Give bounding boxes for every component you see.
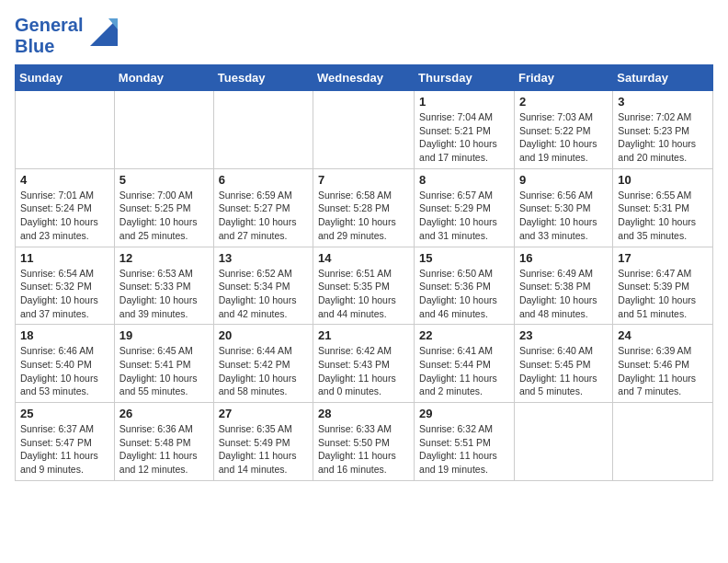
calendar-cell: 8Sunrise: 6:57 AMSunset: 5:29 PMDaylight… [415, 168, 515, 247]
calendar-cell: 1Sunrise: 7:04 AMSunset: 5:21 PMDaylight… [415, 91, 515, 169]
day-info: Sunrise: 7:03 AMSunset: 5:22 PMDaylight:… [519, 110, 608, 165]
calendar-cell: 20Sunrise: 6:44 AMSunset: 5:42 PMDayligh… [213, 325, 313, 403]
calendar-cell: 22Sunrise: 6:41 AMSunset: 5:44 PMDayligh… [415, 325, 515, 403]
calendar-cell: 18Sunrise: 6:46 AMSunset: 5:40 PMDayligh… [16, 325, 115, 403]
day-number: 3 [618, 95, 708, 109]
calendar-cell: 7Sunrise: 6:58 AMSunset: 5:28 PMDaylight… [313, 168, 415, 247]
day-number: 25 [20, 407, 109, 420]
column-header-thursday: Thursday [415, 65, 515, 91]
day-info: Sunrise: 7:01 AMSunset: 5:24 PMDaylight:… [20, 189, 109, 243]
column-header-friday: Friday [514, 65, 612, 91]
calendar-cell: 29Sunrise: 6:32 AMSunset: 5:51 PMDayligh… [415, 403, 515, 481]
day-number: 14 [318, 251, 409, 265]
day-info: Sunrise: 6:58 AMSunset: 5:28 PMDaylight:… [318, 189, 409, 243]
day-number: 12 [119, 251, 209, 265]
calendar-week-row: 18Sunrise: 6:46 AMSunset: 5:40 PMDayligh… [16, 325, 713, 403]
day-number: 15 [419, 251, 509, 265]
day-number: 16 [519, 251, 608, 265]
day-number: 5 [119, 173, 209, 187]
day-info: Sunrise: 6:54 AMSunset: 5:32 PMDaylight:… [20, 267, 109, 321]
calendar-cell: 11Sunrise: 6:54 AMSunset: 5:32 PMDayligh… [16, 247, 115, 325]
column-header-saturday: Saturday [613, 65, 713, 91]
calendar-cell: 3Sunrise: 7:02 AMSunset: 5:23 PMDaylight… [613, 91, 713, 169]
calendar-cell: 9Sunrise: 6:56 AMSunset: 5:30 PMDaylight… [514, 168, 612, 247]
day-info: Sunrise: 6:44 AMSunset: 5:42 PMDaylight:… [219, 344, 308, 398]
calendar-cell: 12Sunrise: 6:53 AMSunset: 5:33 PMDayligh… [114, 247, 213, 325]
day-number: 19 [119, 328, 209, 342]
column-header-monday: Monday [114, 65, 213, 91]
day-info: Sunrise: 6:40 AMSunset: 5:45 PMDaylight:… [519, 344, 608, 398]
calendar-cell: 15Sunrise: 6:50 AMSunset: 5:36 PMDayligh… [415, 247, 515, 325]
calendar-cell [16, 91, 115, 169]
day-info: Sunrise: 6:45 AMSunset: 5:41 PMDaylight:… [119, 344, 209, 398]
calendar-week-row: 25Sunrise: 6:37 AMSunset: 5:47 PMDayligh… [16, 403, 713, 481]
calendar: SundayMondayTuesdayWednesdayThursdayFrid… [15, 64, 713, 481]
calendar-cell: 23Sunrise: 6:40 AMSunset: 5:45 PMDayligh… [514, 325, 612, 403]
day-number: 9 [519, 173, 608, 187]
calendar-cell [514, 403, 612, 481]
day-number: 6 [219, 173, 308, 187]
day-number: 10 [618, 173, 708, 187]
day-info: Sunrise: 6:32 AMSunset: 5:51 PMDaylight:… [419, 422, 509, 477]
day-number: 22 [419, 328, 509, 342]
day-number: 1 [419, 95, 509, 109]
day-info: Sunrise: 6:35 AMSunset: 5:49 PMDaylight:… [219, 422, 308, 477]
logo: General Blue [15, 15, 118, 57]
calendar-cell: 5Sunrise: 7:00 AMSunset: 5:25 PMDaylight… [114, 168, 213, 247]
calendar-cell: 25Sunrise: 6:37 AMSunset: 5:47 PMDayligh… [16, 403, 115, 481]
day-number: 28 [318, 407, 409, 420]
day-info: Sunrise: 6:59 AMSunset: 5:27 PMDaylight:… [219, 189, 308, 243]
calendar-cell: 21Sunrise: 6:42 AMSunset: 5:43 PMDayligh… [313, 325, 415, 403]
calendar-cell: 13Sunrise: 6:52 AMSunset: 5:34 PMDayligh… [213, 247, 313, 325]
day-info: Sunrise: 7:00 AMSunset: 5:25 PMDaylight:… [119, 189, 209, 243]
column-header-wednesday: Wednesday [313, 65, 415, 91]
calendar-cell [313, 91, 415, 169]
logo-line2: Blue [15, 36, 83, 57]
day-number: 17 [618, 251, 708, 265]
calendar-cell: 6Sunrise: 6:59 AMSunset: 5:27 PMDaylight… [213, 168, 313, 247]
calendar-cell: 26Sunrise: 6:36 AMSunset: 5:48 PMDayligh… [114, 403, 213, 481]
day-info: Sunrise: 6:41 AMSunset: 5:44 PMDaylight:… [419, 344, 509, 398]
day-number: 23 [519, 328, 608, 342]
day-info: Sunrise: 6:56 AMSunset: 5:30 PMDaylight:… [519, 189, 608, 243]
column-header-tuesday: Tuesday [213, 65, 313, 91]
day-number: 24 [618, 328, 708, 342]
day-info: Sunrise: 6:57 AMSunset: 5:29 PMDaylight:… [419, 189, 509, 243]
calendar-cell [114, 91, 213, 169]
day-info: Sunrise: 6:36 AMSunset: 5:48 PMDaylight:… [119, 422, 209, 477]
day-number: 20 [219, 328, 308, 342]
day-info: Sunrise: 6:55 AMSunset: 5:31 PMDaylight:… [618, 189, 708, 243]
logo-line1: General [15, 15, 83, 36]
day-number: 13 [219, 251, 308, 265]
calendar-week-row: 1Sunrise: 7:04 AMSunset: 5:21 PMDaylight… [16, 91, 713, 169]
day-info: Sunrise: 7:04 AMSunset: 5:21 PMDaylight:… [419, 110, 509, 165]
calendar-cell: 16Sunrise: 6:49 AMSunset: 5:38 PMDayligh… [514, 247, 612, 325]
day-number: 27 [219, 407, 308, 420]
day-number: 7 [318, 173, 409, 187]
day-number: 29 [419, 407, 509, 420]
calendar-cell: 14Sunrise: 6:51 AMSunset: 5:35 PMDayligh… [313, 247, 415, 325]
day-number: 11 [20, 251, 109, 265]
day-info: Sunrise: 7:02 AMSunset: 5:23 PMDaylight:… [618, 110, 708, 165]
day-info: Sunrise: 6:51 AMSunset: 5:35 PMDaylight:… [318, 267, 409, 321]
day-info: Sunrise: 6:37 AMSunset: 5:47 PMDaylight:… [20, 422, 109, 477]
day-info: Sunrise: 6:42 AMSunset: 5:43 PMDaylight:… [318, 344, 409, 398]
day-info: Sunrise: 6:50 AMSunset: 5:36 PMDaylight:… [419, 267, 509, 321]
calendar-cell: 10Sunrise: 6:55 AMSunset: 5:31 PMDayligh… [613, 168, 713, 247]
calendar-cell: 27Sunrise: 6:35 AMSunset: 5:49 PMDayligh… [213, 403, 313, 481]
calendar-header-row: SundayMondayTuesdayWednesdayThursdayFrid… [16, 65, 713, 91]
day-info: Sunrise: 6:53 AMSunset: 5:33 PMDaylight:… [119, 267, 209, 321]
day-info: Sunrise: 6:46 AMSunset: 5:40 PMDaylight:… [20, 344, 109, 398]
calendar-cell [213, 91, 313, 169]
calendar-cell: 28Sunrise: 6:33 AMSunset: 5:50 PMDayligh… [313, 403, 415, 481]
calendar-cell: 17Sunrise: 6:47 AMSunset: 5:39 PMDayligh… [613, 247, 713, 325]
day-number: 18 [20, 328, 109, 342]
day-number: 2 [519, 95, 608, 109]
day-info: Sunrise: 6:49 AMSunset: 5:38 PMDaylight:… [519, 267, 608, 321]
calendar-week-row: 4Sunrise: 7:01 AMSunset: 5:24 PMDaylight… [16, 168, 713, 247]
header: General Blue [15, 15, 713, 57]
day-number: 4 [20, 173, 109, 187]
day-number: 26 [119, 407, 209, 420]
day-info: Sunrise: 6:39 AMSunset: 5:46 PMDaylight:… [618, 344, 708, 398]
calendar-cell: 4Sunrise: 7:01 AMSunset: 5:24 PMDaylight… [16, 168, 115, 247]
